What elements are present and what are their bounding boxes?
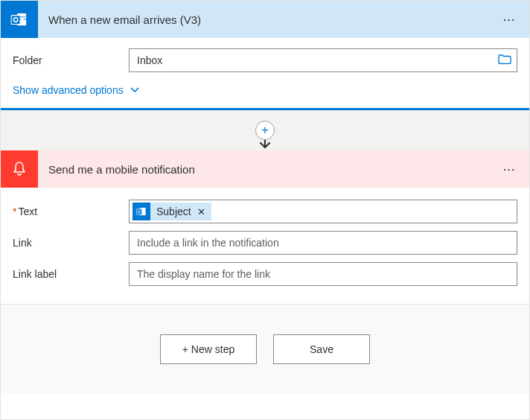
trigger-body: Folder Show advanced options (1, 38, 529, 108)
token-label: Subject (156, 206, 191, 217)
show-advanced-options-link[interactable]: Show advanced options (13, 84, 140, 96)
trigger-title: When a new email arrives (V3) (38, 13, 502, 26)
outlook-icon (1, 1, 38, 38)
advanced-link-label: Show advanced options (13, 84, 124, 96)
text-row: *Text Subject ✕ (13, 200, 517, 223)
link-label: Link (13, 237, 129, 249)
remove-token-button[interactable]: ✕ (197, 206, 205, 217)
footer-bar: + New step Save (1, 304, 529, 393)
link-input[interactable] (129, 231, 517, 255)
trigger-header[interactable]: When a new email arrives (V3) ··· (1, 1, 529, 38)
trigger-menu-button[interactable]: ··· (502, 10, 517, 30)
insert-step-button[interactable]: + (255, 121, 275, 140)
action-menu-button[interactable]: ··· (502, 159, 517, 179)
chevron-down-icon (130, 86, 140, 94)
new-step-button[interactable]: + New step (160, 334, 257, 364)
action-card: Send me a mobile notification ··· *Text … (1, 150, 529, 304)
notification-bell-icon (1, 150, 38, 188)
action-body: *Text Subject ✕ Link (1, 188, 529, 304)
connector-area: + (1, 110, 529, 150)
linklabel-label: Link label (13, 268, 129, 280)
folder-input[interactable] (129, 48, 517, 72)
link-row: Link (13, 231, 517, 255)
action-title: Send me a mobile notification (38, 163, 502, 176)
subject-token: Subject ✕ (132, 203, 211, 220)
action-header[interactable]: Send me a mobile notification ··· (1, 150, 529, 188)
folder-label: Folder (13, 54, 129, 66)
linklabel-row: Link label (13, 262, 517, 286)
trigger-card: When a new email arrives (V3) ··· Folder… (1, 1, 529, 110)
folder-row: Folder (13, 48, 517, 72)
text-token-field[interactable]: Subject ✕ (129, 200, 517, 223)
text-label: *Text (13, 206, 129, 217)
folder-picker-icon[interactable] (498, 54, 511, 67)
svg-rect-4 (136, 209, 141, 214)
save-button[interactable]: Save (273, 334, 370, 364)
outlook-token-icon (132, 203, 150, 220)
linklabel-input[interactable] (129, 262, 517, 286)
arrow-down-icon (258, 139, 272, 150)
